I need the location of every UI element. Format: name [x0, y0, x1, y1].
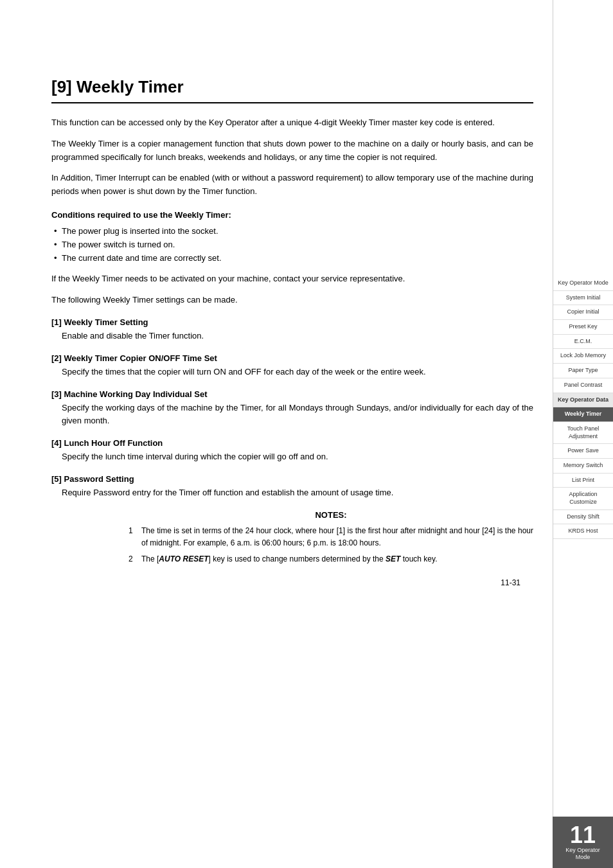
condition-item-3: The current date and time are correctly … — [51, 252, 533, 265]
sidebar-item-key-operator-data[interactable]: Key Operator Data — [553, 393, 613, 408]
sidebar-item-system-initial[interactable]: System Initial — [553, 291, 613, 306]
note-item-2: 2 The [AUTO RESET] key is used to change… — [129, 553, 533, 565]
sidebar-bottom-badge: 11 Key OperatorMode — [553, 817, 613, 868]
sidebar-item-copier-initial[interactable]: Copier Initial — [553, 305, 613, 320]
sidebar-item-krds-host[interactable]: KRDS Host — [553, 524, 613, 539]
intro-paragraph-1: This function can be accessed only by th… — [51, 116, 533, 130]
conditions-heading: Conditions required to use the Weekly Ti… — [51, 210, 533, 220]
sidebar-item-list-print[interactable]: List Print — [553, 474, 613, 488]
condition-item-1: The power plug is inserted into the sock… — [51, 225, 533, 238]
sections-container: [1] Weekly Timer Setting Enable and disa… — [51, 317, 533, 500]
intro-paragraph-3: In Addition, Timer Interrupt can be enab… — [51, 172, 533, 199]
sidebar-item-ecm[interactable]: E.C.M. — [553, 335, 613, 350]
intro-paragraph-2: The Weekly Timer is a copier management … — [51, 137, 533, 164]
main-content: [9] Weekly Timer This function can be ac… — [0, 0, 553, 868]
page-container: [9] Weekly Timer This function can be ac… — [0, 0, 613, 868]
service-rep-text: If the Weekly Timer needs to be activate… — [51, 272, 533, 286]
badge-label: Key OperatorMode — [565, 847, 600, 861]
notes-heading: NOTES: — [129, 510, 533, 520]
sidebar-item-weekly-timer[interactable]: Weekly Timer — [553, 407, 613, 422]
sidebar-item-memory-switch[interactable]: Memory Switch — [553, 459, 613, 474]
note-item-1: 1 The time is set in terms of the 24 hou… — [129, 525, 533, 549]
page-title: [9] Weekly Timer — [51, 77, 533, 103]
section-5-heading: [5] Password Setting — [51, 474, 533, 484]
section-1-body: Enable and disable the Timer function. — [51, 330, 533, 343]
section-4-heading: [4] Lunch Hour Off Function — [51, 438, 533, 448]
section-1-heading: [1] Weekly Timer Setting — [51, 317, 533, 327]
sidebar-item-preset-key[interactable]: Preset Key — [553, 320, 613, 335]
conditions-list: The power plug is inserted into the sock… — [51, 225, 533, 265]
condition-item-2: The power switch is turned on. — [51, 238, 533, 252]
sidebar: Key Operator Mode System Initial Copier … — [553, 0, 613, 868]
sidebar-item-density-shift[interactable]: Density Shift — [553, 510, 613, 525]
sidebar-item-application-customize[interactable]: Application Customize — [553, 488, 613, 509]
sidebar-item-touch-panel-adjustment[interactable]: Touch Panel Adjustment — [553, 422, 613, 444]
section-3-body: Specify the working days of the machine … — [51, 402, 533, 429]
sidebar-item-key-operator-mode[interactable]: Key Operator Mode — [553, 276, 613, 291]
section-4-body: Specify the lunch time interval during w… — [51, 450, 533, 464]
sidebar-item-panel-contrast[interactable]: Panel Contrast — [553, 378, 613, 393]
notes-section: NOTES: 1 The time is set in terms of the… — [51, 510, 533, 566]
section-5-body: Require Password entry for the Timer off… — [51, 486, 533, 500]
settings-intro: The following Weekly Timer settings can … — [51, 294, 533, 307]
badge-number: 11 — [570, 824, 596, 847]
sidebar-item-power-save[interactable]: Power Save — [553, 444, 613, 459]
section-2-heading: [2] Weekly Timer Copier ON/OFF Time Set — [51, 353, 533, 363]
sidebar-item-lock-job-memory[interactable]: Lock Job Memory — [553, 349, 613, 364]
notes-list: 1 The time is set in terms of the 24 hou… — [129, 525, 533, 566]
section-3-heading: [3] Machine Working Day Individual Set — [51, 389, 533, 399]
sidebar-item-paper-type[interactable]: Paper Type — [553, 364, 613, 378]
section-2-body: Specify the times that the copier will t… — [51, 366, 533, 379]
page-number: 11-31 — [51, 578, 533, 587]
